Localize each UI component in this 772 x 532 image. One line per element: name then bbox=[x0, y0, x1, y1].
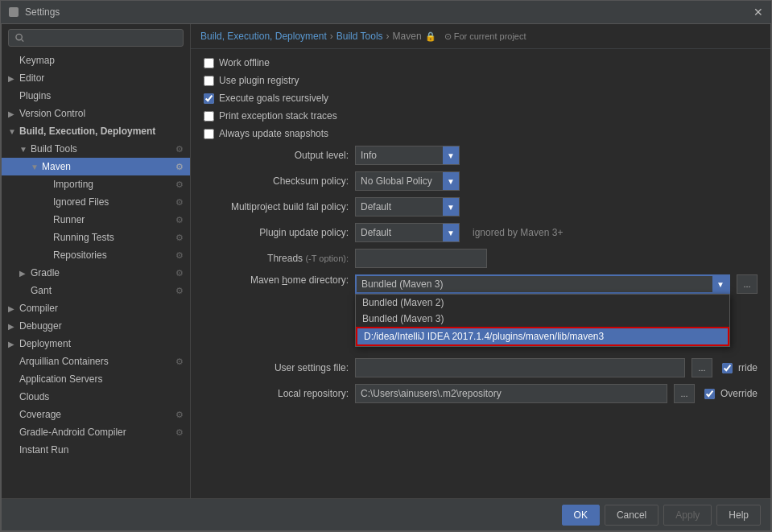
sidebar-item-build-exec-deploy[interactable]: ▼ Build, Execution, Deployment bbox=[2, 122, 190, 140]
sidebar-item-compiler[interactable]: ▶ Compiler bbox=[2, 299, 190, 317]
breadcrumb-sep2: › bbox=[386, 31, 390, 42]
sidebar-item-ignored-files[interactable]: Ignored Files ⚙ bbox=[2, 193, 190, 211]
arrow-icon bbox=[8, 428, 19, 437]
multiproject-label: Multiproject build fail policy: bbox=[204, 201, 349, 212]
work-offline-checkbox[interactable] bbox=[204, 58, 214, 68]
search-input[interactable] bbox=[27, 32, 176, 43]
sidebar-item-importing[interactable]: Importing ⚙ bbox=[2, 175, 190, 193]
maven-home-value: Bundled (Maven 3) bbox=[357, 278, 712, 290]
maven-home-arrow: ▼ bbox=[712, 276, 729, 292]
sidebar-item-label: Runner bbox=[53, 214, 85, 225]
breadcrumb-build-tools[interactable]: Build Tools bbox=[336, 31, 383, 42]
use-plugin-registry-checkbox[interactable] bbox=[204, 76, 214, 86]
user-settings-input[interactable] bbox=[355, 358, 685, 377]
sidebar-item-label: Compiler bbox=[19, 303, 58, 314]
print-exception-label: Print exception stack traces bbox=[219, 110, 337, 122]
sidebar-item-coverage[interactable]: Coverage ⚙ bbox=[2, 406, 190, 423]
arrow-icon: ▶ bbox=[8, 304, 19, 313]
sidebar-item-label: Version Control bbox=[19, 108, 85, 119]
content-area: Keymap ▶ Editor Plugins ▶ Version Contro… bbox=[1, 23, 771, 531]
arrow-icon: ▼ bbox=[31, 163, 42, 171]
sidebar-item-editor[interactable]: ▶ Editor bbox=[2, 69, 190, 87]
maven-home-row: Maven home directory: Bundled (Maven 3) … bbox=[204, 274, 758, 294]
sidebar-item-application-servers[interactable]: Application Servers bbox=[2, 370, 190, 388]
output-level-value: Info bbox=[356, 150, 443, 161]
arrow-icon: ▼ bbox=[8, 127, 19, 136]
sidebar-item-gradle[interactable]: ▶ Gradle ⚙ bbox=[2, 264, 190, 282]
sidebar-item-label: Repositories bbox=[53, 250, 107, 261]
close-button[interactable]: ✕ bbox=[752, 6, 765, 19]
plugin-update-dropdown[interactable]: Default ▼ bbox=[355, 223, 460, 242]
arrow-icon bbox=[8, 375, 19, 384]
sidebar-item-arquillian[interactable]: Arquillian Containers ⚙ bbox=[2, 353, 190, 370]
sidebar-item-gradle-android[interactable]: Gradle-Android Compiler ⚙ bbox=[2, 423, 190, 441]
search-box[interactable] bbox=[8, 29, 184, 47]
local-repo-override-label: Override bbox=[720, 388, 758, 399]
sidebar-item-running-tests[interactable]: Running Tests ⚙ bbox=[2, 229, 190, 246]
maven-home-option-bundled2[interactable]: Bundled (Maven 2) bbox=[356, 295, 729, 311]
print-exception-row: Print exception stack traces bbox=[204, 110, 758, 122]
right-panel: Build, Execution, Deployment › Build Too… bbox=[191, 24, 770, 498]
local-repo-input[interactable] bbox=[355, 384, 667, 403]
multiproject-value: Default bbox=[356, 201, 443, 212]
ok-button[interactable]: OK bbox=[562, 505, 600, 526]
sidebar-item-label: Plugins bbox=[19, 90, 51, 101]
multiproject-row: Multiproject build fail policy: Default … bbox=[204, 197, 758, 217]
sidebar-item-keymap[interactable]: Keymap bbox=[2, 52, 190, 69]
user-settings-override-checkbox[interactable] bbox=[722, 363, 733, 373]
sidebar: Keymap ▶ Editor Plugins ▶ Version Contro… bbox=[2, 24, 191, 498]
local-repo-label: Local repository: bbox=[204, 388, 349, 399]
threads-row: Threads (-T option): bbox=[204, 249, 758, 268]
sidebar-item-plugins[interactable]: Plugins bbox=[2, 87, 190, 105]
sidebar-item-repositories[interactable]: Repositories ⚙ bbox=[2, 246, 190, 264]
sidebar-item-label: Build, Execution, Deployment bbox=[19, 126, 155, 137]
maven-home-dropdown[interactable]: Bundled (Maven 3) ▼ bbox=[355, 274, 730, 294]
arrow-icon bbox=[42, 180, 53, 189]
maven-home-option-bundled3[interactable]: Bundled (Maven 3) bbox=[356, 311, 729, 327]
sidebar-item-clouds[interactable]: Clouds bbox=[2, 388, 190, 406]
sidebar-item-maven[interactable]: ▼ Maven ⚙ bbox=[2, 158, 190, 175]
sidebar-item-gant[interactable]: Gant ⚙ bbox=[2, 282, 190, 299]
plugin-update-label: Plugin update policy: bbox=[204, 227, 349, 238]
sidebar-item-label: Clouds bbox=[19, 391, 49, 402]
local-repo-override-checkbox[interactable] bbox=[704, 389, 715, 399]
plugin-update-row: Plugin update policy: Default ▼ ignored … bbox=[204, 223, 758, 242]
arrow-icon: ▼ bbox=[19, 145, 31, 154]
print-exception-checkbox[interactable] bbox=[204, 111, 214, 122]
sidebar-item-label: Build Tools bbox=[31, 143, 77, 155]
sidebar-item-version-control[interactable]: ▶ Version Control bbox=[2, 105, 190, 122]
user-settings-override-label: rride bbox=[738, 362, 758, 373]
sidebar-item-label: Arquillian Containers bbox=[19, 356, 109, 367]
arrow-icon: ▶ bbox=[8, 322, 19, 331]
sidebar-item-instant-run[interactable]: Instant Run bbox=[2, 441, 190, 459]
threads-input[interactable] bbox=[355, 249, 487, 268]
help-button[interactable]: Help bbox=[716, 505, 761, 526]
arrow-icon: ▶ bbox=[8, 109, 19, 118]
checksum-policy-label: Checksum policy: bbox=[204, 175, 349, 187]
sidebar-item-label: Maven bbox=[42, 161, 71, 172]
user-settings-browse-button[interactable]: ... bbox=[691, 358, 712, 377]
local-repo-browse-button[interactable]: ... bbox=[674, 384, 695, 403]
sidebar-item-build-tools[interactable]: ▼ Build Tools ⚙ bbox=[2, 140, 190, 158]
sidebar-item-runner[interactable]: Runner ⚙ bbox=[2, 211, 190, 229]
output-level-dropdown[interactable]: Info ▼ bbox=[355, 146, 460, 165]
checksum-policy-dropdown[interactable]: No Global Policy ▼ bbox=[355, 171, 460, 191]
multiproject-dropdown[interactable]: Default ▼ bbox=[355, 197, 460, 217]
apply-button[interactable]: Apply bbox=[663, 505, 712, 526]
maven-home-browse-button[interactable]: ... bbox=[737, 274, 758, 294]
arrow-icon bbox=[42, 216, 53, 225]
ignored-note: ignored by Maven 3+ bbox=[473, 227, 563, 238]
always-update-checkbox[interactable] bbox=[204, 129, 214, 139]
execute-goals-checkbox[interactable] bbox=[204, 93, 214, 104]
cancel-button[interactable]: Cancel bbox=[605, 505, 658, 526]
gear-icon: ⚙ bbox=[175, 144, 184, 155]
sidebar-item-debugger[interactable]: ▶ Debugger bbox=[2, 317, 190, 335]
breadcrumb-build-exec[interactable]: Build, Execution, Deployment bbox=[200, 31, 327, 42]
sidebar-item-label: Keymap bbox=[19, 55, 55, 66]
settings-icon bbox=[7, 6, 20, 19]
user-settings-row: User settings file: ... rride bbox=[204, 358, 758, 377]
arrow-icon bbox=[8, 357, 19, 366]
sidebar-item-label: Application Servers bbox=[19, 373, 102, 385]
maven-home-option-custom[interactable]: D:/idea/IntelliJ IDEA 2017.1.4/plugins/m… bbox=[356, 327, 729, 346]
sidebar-item-deployment[interactable]: ▶ Deployment bbox=[2, 335, 190, 353]
